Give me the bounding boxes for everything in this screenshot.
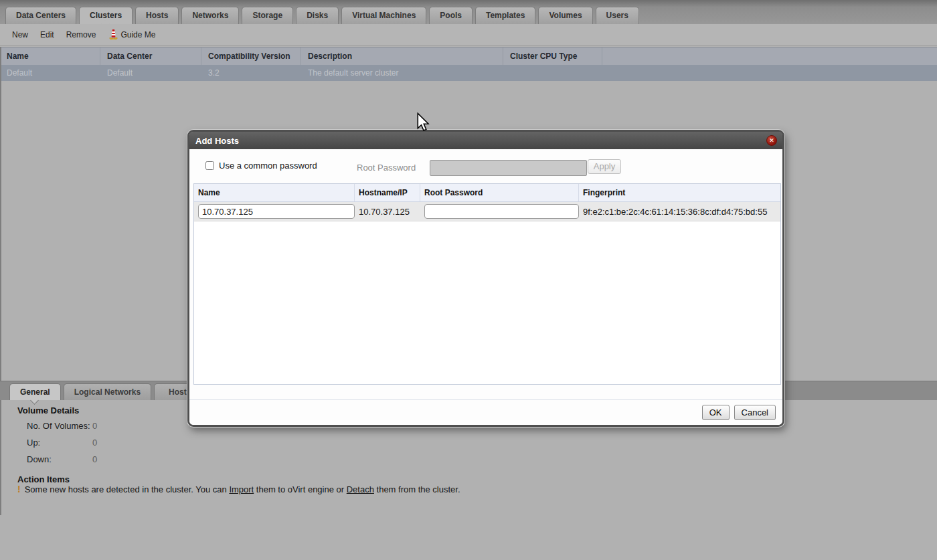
use-common-password-row: Use a common password (205, 161, 317, 171)
tab-networks[interactable]: Networks (181, 7, 239, 24)
column-header-cluster-cpu-type[interactable]: Cluster CPU Type (503, 48, 602, 65)
stat-value-up: 0 (92, 438, 97, 448)
ok-button[interactable]: OK (702, 405, 730, 420)
host-name-cell (194, 204, 355, 219)
tab-pools[interactable]: Pools (429, 7, 473, 24)
root-password-label: Root Password (357, 163, 416, 173)
hosts-column-hostname-ip: Hostname/IP (355, 184, 420, 201)
exclamation-icon: ! (17, 484, 21, 494)
clusters-grid-header: Name Data Center Compatibility Version D… (0, 47, 937, 66)
new-button[interactable]: New (12, 30, 28, 39)
tab-disks[interactable]: Disks (296, 7, 339, 24)
close-icon[interactable]: ✕ (766, 135, 777, 146)
add-hosts-dialog: Add Hosts ✕ Use a common password Root P… (187, 130, 784, 427)
stat-label-volumes: No. Of Volumes: (27, 421, 90, 431)
cell-description: The default server cluster (301, 65, 503, 81)
column-header-data-center[interactable]: Data Center (100, 48, 201, 65)
stat-value-volumes: 0 (92, 421, 97, 431)
action-item-text-prefix: Some new hosts are detected in the clust… (25, 484, 230, 494)
cell-data-center: Default (100, 65, 201, 81)
tab-templates[interactable]: Templates (475, 7, 535, 24)
host-fingerprint-cell: 9f:e2:c1:be:2c:4c:61:14:15:36:8c:df:d4:7… (579, 207, 780, 217)
column-header-filler (602, 48, 937, 65)
host-hostname-cell: 10.70.37.125 (355, 207, 420, 217)
use-common-password-label: Use a common password (219, 161, 317, 171)
detach-link[interactable]: Detach (347, 484, 374, 494)
column-header-name[interactable]: Name (0, 48, 100, 65)
hosts-table: Name Hostname/IP Root Password Fingerpri… (193, 183, 781, 385)
hosts-column-root-password: Root Password (420, 184, 579, 201)
volume-details-heading: Volume Details (17, 405, 79, 415)
tab-users[interactable]: Users (596, 7, 639, 24)
tab-storage[interactable]: Storage (242, 7, 293, 24)
hosts-column-name: Name (194, 184, 355, 201)
tab-data-centers[interactable]: Data Centers (5, 7, 76, 24)
host-name-field[interactable] (198, 204, 355, 219)
action-item-message: ! Some new hosts are detected in the clu… (17, 484, 460, 494)
dialog-title: Add Hosts (195, 136, 239, 146)
host-row: 10.70.37.125 9f:e2:c1:be:2c:4c:61:14:15:… (194, 202, 780, 221)
dialog-body: Use a common password Root Password Appl… (189, 149, 782, 425)
dialog-title-bar[interactable]: Add Hosts ✕ (189, 132, 782, 149)
cluster-row-default[interactable]: Default Default 3.2 The default server c… (0, 65, 937, 81)
main-tab-bar: Data Centers Clusters Hosts Networks Sto… (0, 0, 937, 24)
detail-tab-logical-networks[interactable]: Logical Networks (64, 383, 151, 400)
edit-button[interactable]: Edit (40, 30, 54, 39)
remove-button[interactable]: Remove (66, 30, 96, 39)
use-common-password-checkbox[interactable] (205, 161, 214, 170)
tab-virtual-machines[interactable]: Virtual Machines (341, 7, 426, 24)
tab-clusters[interactable]: Clusters (79, 7, 133, 24)
guide-me-label: Guide Me (120, 30, 155, 39)
action-item-text-suffix: them from the cluster. (374, 484, 460, 494)
cell-compatibility-version: 3.2 (201, 65, 301, 81)
cell-name: Default (0, 65, 100, 81)
tab-volumes[interactable]: Volumes (538, 7, 592, 24)
action-item-text-middle: them to oVirt engine or (254, 484, 347, 494)
guide-me-button[interactable]: Guide Me (109, 29, 155, 39)
stat-value-down: 0 (92, 454, 97, 464)
column-header-description[interactable]: Description (301, 48, 503, 65)
hosts-table-header: Name Hostname/IP Root Password Fingerpri… (194, 184, 780, 202)
ovirt-admin-screen: Data Centers Clusters Hosts Networks Sto… (0, 0, 937, 560)
stat-label-up: Up: (27, 438, 40, 448)
clusters-toolbar: New Edit Remove Guide Me (0, 24, 937, 45)
import-link[interactable]: Import (229, 484, 254, 494)
lighthouse-icon (109, 29, 118, 39)
hosts-column-fingerprint: Fingerprint (579, 184, 780, 201)
cancel-button[interactable]: Cancel (734, 405, 776, 420)
stat-label-down: Down: (27, 454, 52, 464)
apply-button[interactable]: Apply (588, 159, 621, 174)
action-items-heading: Action Items (17, 474, 70, 484)
dialog-footer: OK Cancel (189, 399, 782, 425)
tab-hosts[interactable]: Hosts (135, 7, 179, 24)
cell-cluster-cpu-type (503, 65, 602, 81)
common-root-password-field[interactable] (430, 160, 587, 176)
detail-tab-general[interactable]: General (9, 383, 61, 400)
column-header-compatibility-version[interactable]: Compatibility Version (201, 48, 301, 65)
host-root-password-cell (420, 204, 579, 219)
host-root-password-field[interactable] (424, 204, 579, 219)
pane-left-edge (0, 47, 1, 515)
